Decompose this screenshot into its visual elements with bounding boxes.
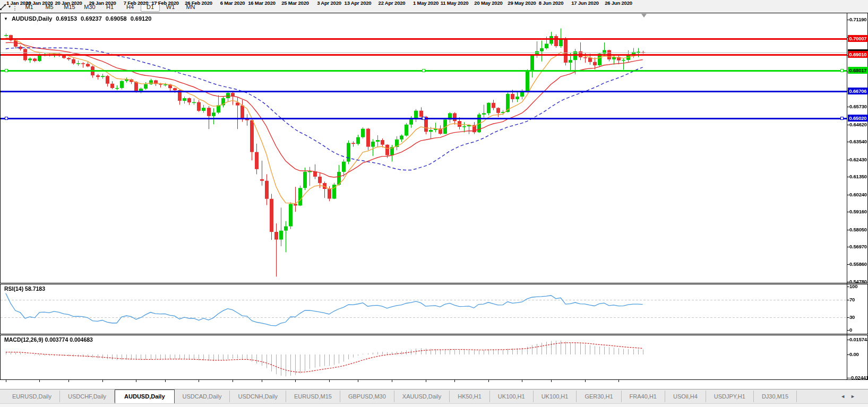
- tabs-scroll-right-icon[interactable]: ►: [850, 394, 861, 399]
- ohlc-open: 0.69153: [56, 15, 77, 22]
- price-line-badge[interactable]: 0.65020: [848, 115, 868, 122]
- price-axis-label: 0.71190: [849, 16, 867, 22]
- ohlc-high: 0.69237: [81, 15, 102, 22]
- price-axis-label: 0.60240: [849, 192, 867, 197]
- price-axis-label: 0.59160: [849, 209, 867, 214]
- date-axis-label: 16 Mar 2020: [244, 0, 279, 6]
- price-axis-label: 0.63540: [849, 138, 867, 144]
- rsi-axis-label: 70: [849, 297, 867, 302]
- chart-tab-uk100-h1[interactable]: UK100,H1: [490, 391, 534, 402]
- tabs-scroll-left-icon[interactable]: ◄: [840, 394, 850, 399]
- chart-tab-xauusd-daily[interactable]: XAUUSD,Daily: [394, 391, 450, 402]
- chart-tab-uk100-h1[interactable]: UK100,H1: [534, 391, 577, 402]
- price-line-badge[interactable]: 0.69010: [848, 51, 868, 58]
- price-line-badge[interactable]: 0.70007: [848, 35, 868, 42]
- date-axis-label: 17 Feb 2020: [148, 0, 183, 6]
- date-axis-label: 11 May 2020: [437, 0, 472, 6]
- chart-tabbar: EURUSD,DailyUSDCHF,DailyAUDUSD,DailyUSDC…: [0, 389, 868, 404]
- chart-shift-marker[interactable]: [641, 14, 647, 18]
- date-axis-label: 8 Jun 2020: [534, 0, 569, 6]
- ohlc-low: 0.69058: [106, 15, 127, 22]
- rsi-axis-label: 100: [849, 283, 867, 289]
- date-axis-label: 29 Jan 2020: [85, 0, 120, 6]
- chart-tab-usdcad-daily[interactable]: USDCAD,Daily: [175, 391, 230, 402]
- chart-tab-hk50-h1[interactable]: HK50,H1: [450, 391, 490, 402]
- chart-tab-eurusd-m15[interactable]: EURUSD,M15: [286, 391, 340, 402]
- chart-tabs: EURUSD,DailyUSDCHF,DailyAUDUSD,DailyUSDC…: [0, 389, 797, 404]
- chart-title: ▼ AUDUSD,Daily 0.69153 0.69237 0.69058 0…: [4, 15, 151, 22]
- price-line-badge[interactable]: 0.68017: [848, 67, 868, 74]
- price-chart-canvas[interactable]: [0, 13, 868, 407]
- date-axis-label: 26 Feb 2020: [181, 0, 216, 6]
- date-axis-label: 20 Jan 2020: [51, 0, 86, 6]
- date-axis-label: 22 Apr 2020: [374, 0, 409, 6]
- chart-tab-ger30-h1[interactable]: GER30,H1: [577, 391, 621, 402]
- price-axis-label: 0.62430: [849, 157, 867, 162]
- rsi-axis-label: 0: [849, 327, 867, 333]
- tab-scroll-arrows: ◄►: [840, 394, 861, 399]
- chart-tab-usdcnh-daily[interactable]: USDCNH,Daily: [230, 391, 286, 402]
- date-axis-label: 20 May 2020: [471, 0, 506, 6]
- rsi-axis-label: 30: [849, 314, 867, 320]
- chart-tab-usoil-h4[interactable]: USOil,H4: [665, 391, 706, 402]
- price-axis-label: 0.58050: [849, 227, 867, 232]
- chart-tab-gbpusd-m30[interactable]: GBPUSD,M30: [340, 391, 394, 402]
- macd-axis-label: -0.024416: [849, 375, 867, 380]
- chart-symbol-period: AUDUSD,Daily: [12, 15, 52, 22]
- chart-tab-dj30-m15[interactable]: DJ30,M15: [754, 391, 797, 402]
- mt4-window: ▾ M1M5M15M30H1H4D1W1MN ▼ AUDUSD,Daily 0.…: [0, 0, 868, 407]
- macd-axis-label: 0.015743: [849, 336, 867, 342]
- chart-tab-audusd-daily[interactable]: AUDUSD,Daily: [115, 389, 174, 404]
- chart-tab-usdjpy-h1[interactable]: USDJPY,H1: [706, 391, 754, 402]
- price-axis-label: 0.65730: [849, 103, 867, 109]
- rsi-indicator-label: RSI(14) 58.7183: [4, 285, 45, 292]
- price-line-badge[interactable]: 0.66706: [848, 88, 868, 94]
- price-axis-label: 0.61350: [849, 174, 867, 179]
- chart-tab-eurusd-daily[interactable]: EURUSD,Daily: [4, 391, 60, 402]
- price-axis-label: 0.64620: [849, 122, 867, 127]
- date-axis-label: 26 Jun 2020: [601, 0, 636, 6]
- chart-tab-fra40-h1[interactable]: FRA40,H1: [622, 391, 665, 402]
- ohlc-close: 0.69120: [131, 15, 152, 22]
- date-axis-label: 25 Mar 2020: [278, 0, 313, 6]
- macd-indicator-label: MACD(12,26,9) 0.003774 0.004683: [4, 336, 93, 343]
- macd-axis-label: 0.00: [849, 351, 867, 357]
- date-axis-label: 13 Apr 2020: [340, 0, 375, 6]
- status-strip: [0, 403, 868, 407]
- date-axis-label: 17 Jun 2020: [568, 0, 603, 6]
- price-axis-label: 0.56970: [849, 244, 867, 249]
- chart-tab-usdchf-daily[interactable]: USDCHF,Daily: [60, 391, 115, 402]
- symbol-dropdown-icon[interactable]: ▼: [4, 16, 8, 21]
- price-axis-label: 0.55860: [849, 261, 867, 267]
